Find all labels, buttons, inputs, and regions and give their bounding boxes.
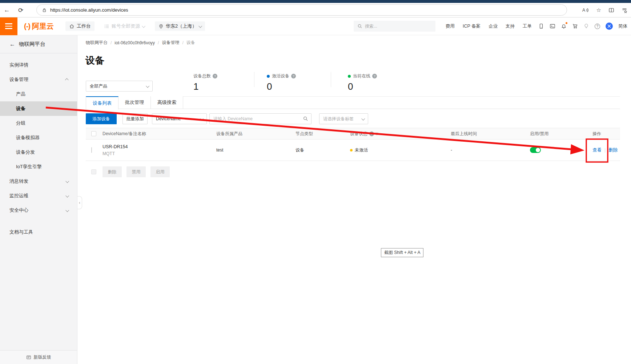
sidebar-collapse-handle[interactable]: ‹ xyxy=(77,196,82,209)
enable-toggle[interactable] xyxy=(530,147,541,153)
footer-checkbox[interactable] xyxy=(91,169,96,174)
sidebar-item-label: IoT孪生引擎 xyxy=(16,163,42,170)
table-row: USR-DR154 MQTT test 设备 未激活 - 查看|删除 xyxy=(86,139,620,161)
read-aloud-icon[interactable]: A xyxy=(582,7,589,13)
help-icon[interactable]: ? xyxy=(369,132,374,136)
aliyun-logo[interactable]: (-) 阿里云 xyxy=(24,21,54,31)
search-icon[interactable] xyxy=(303,116,308,121)
nav-icp-filing[interactable]: ICP 备案 xyxy=(463,23,481,29)
console-search-input[interactable]: 搜索... xyxy=(354,21,435,32)
sidebar-item-label: 设备 xyxy=(16,105,25,112)
breadcrumb-item[interactable]: 物联网平台 xyxy=(86,40,108,46)
col-node-type: 节点类型 xyxy=(296,131,350,137)
breadcrumb: 物联网平台/iot-06z00c0h9r6voyy/设备管理/设备 xyxy=(86,40,195,46)
row-checkbox[interactable] xyxy=(91,147,92,153)
locale-switcher[interactable]: 简体 xyxy=(618,23,627,29)
product-filter-value: 全部产品 xyxy=(90,83,107,89)
region-selector[interactable]: 华东2（上海） xyxy=(155,21,205,31)
search-field-value: DeviceName xyxy=(156,116,181,121)
col-enable-disable: 启用/禁用 xyxy=(530,131,592,137)
avatar[interactable] xyxy=(606,23,613,30)
tab-device-list[interactable]: 设备列表 xyxy=(86,96,118,109)
help-icon[interactable]: ? xyxy=(213,74,217,78)
breadcrumb-item[interactable]: 设备管理 xyxy=(162,40,179,46)
batch-add-button[interactable]: 批量添加 xyxy=(122,113,148,124)
sidebar-item-device-simulator[interactable]: 设备模拟器 xyxy=(0,130,77,145)
tab-batch-management[interactable]: 批次管理 xyxy=(118,96,151,109)
tab-advanced-search[interactable]: 高级搜索 xyxy=(151,96,183,109)
sidebar-item-device-management[interactable]: 设备管理 xyxy=(0,72,77,87)
address-bar[interactable]: https://iot.console.aliyun.com/devices xyxy=(36,4,567,16)
feedback-button[interactable]: 新版反馈 xyxy=(0,350,77,364)
sidebar-item-message-forwarding[interactable]: 消息转发 xyxy=(0,174,77,189)
tag-filter-select[interactable]: 请选择设备标签 xyxy=(319,113,368,124)
sidebar-item-products[interactable]: 产品 xyxy=(0,87,77,101)
help-icon[interactable]: ? xyxy=(595,24,600,29)
browser-refresh-button[interactable]: ⟳ xyxy=(14,7,28,14)
feedback-label: 新版反馈 xyxy=(34,354,51,360)
help-icon[interactable]: ? xyxy=(372,74,377,78)
help-icon[interactable]: ? xyxy=(291,74,296,78)
sidebar-item-device-distribution[interactable]: 设备分发 xyxy=(0,145,77,159)
location-pin-icon xyxy=(158,24,164,29)
feedback-icon xyxy=(26,355,31,360)
notifications-bell-icon[interactable] xyxy=(561,23,567,29)
browser-back-button[interactable]: ← xyxy=(0,7,14,14)
device-node-type: 设备 xyxy=(296,147,350,153)
workbench-button[interactable]: 工作台 xyxy=(65,21,95,31)
cloud-shell-icon[interactable] xyxy=(550,23,555,29)
mobile-app-icon[interactable] xyxy=(538,23,544,29)
breadcrumb-separator: / xyxy=(182,40,183,45)
device-last-online: - xyxy=(451,147,530,153)
delete-selected-button[interactable]: 删除 xyxy=(103,166,122,177)
bulk-actions: 删除禁用启用 xyxy=(103,166,174,177)
favorite-star-icon[interactable]: ☆ xyxy=(596,7,601,13)
sidebar-item-label: 安全中心 xyxy=(9,207,28,214)
search-icon xyxy=(357,24,362,29)
menu-button[interactable] xyxy=(0,17,17,35)
collections-icon[interactable] xyxy=(622,7,627,13)
sidebar-item-devices[interactable]: 设备 xyxy=(0,101,77,116)
nav-enterprise[interactable]: 企业 xyxy=(489,23,498,29)
search-field-select[interactable]: DeviceName xyxy=(152,113,207,124)
split-screen-icon[interactable] xyxy=(608,7,614,13)
device-search-input[interactable] xyxy=(209,113,312,124)
sidebar-item-groups[interactable]: 分组 xyxy=(0,116,77,130)
toggle-knob xyxy=(536,148,540,152)
chevron-down-icon xyxy=(361,117,365,120)
product-filter-select[interactable]: 全部产品 xyxy=(86,81,153,92)
sidebar-item-label: 实例详情 xyxy=(9,62,28,68)
breadcrumb-item[interactable]: iot-06z00c0h9r6voyy xyxy=(114,40,155,45)
sidebar-item-docs-tools[interactable]: 文档与工具 xyxy=(0,225,77,239)
back-arrow-icon[interactable]: ← xyxy=(9,41,15,48)
device-search xyxy=(209,113,312,124)
sidebar: ← 物联网平台 实例详情设备管理产品设备分组设备模拟器设备分发IoT孪生引擎消息… xyxy=(0,35,77,364)
lock-icon xyxy=(42,7,47,13)
lightbulb-icon[interactable] xyxy=(583,23,589,29)
filter-funnel-icon[interactable]: ▽ xyxy=(375,132,378,136)
nav-billing[interactable]: 费用 xyxy=(446,23,455,29)
chevron-up-icon xyxy=(65,78,69,82)
stat-activated-devices: 激活设备 ? 0 xyxy=(267,73,296,92)
sidebar-item-iot-twin-engine[interactable]: IoT孪生引擎 xyxy=(0,159,77,174)
enable-selected-button[interactable]: 启用 xyxy=(150,166,170,177)
select-all-checkbox[interactable] xyxy=(91,131,96,136)
stat-label: 当前在线 xyxy=(353,73,370,79)
disable-selected-button[interactable]: 禁用 xyxy=(126,166,146,177)
console-header: (-) 阿里云 工作台 账号全部资源 华东2（上海） 搜索... 费用ICP xyxy=(0,17,631,35)
delete-link[interactable]: 删除 xyxy=(608,147,618,153)
stat-total-devices: 设备总数 ? 1 xyxy=(193,73,217,92)
sidebar-item-security-center[interactable]: 安全中心 xyxy=(0,203,77,218)
account-resources-selector[interactable]: 账号全部资源 xyxy=(104,23,145,29)
cart-icon[interactable] xyxy=(572,23,578,29)
device-name[interactable]: USR-DR154 xyxy=(103,144,216,149)
nav-tickets[interactable]: 工单 xyxy=(523,23,532,29)
browser-tab-strip xyxy=(0,0,631,3)
sidebar-item-monitoring-ops[interactable]: 监控运维 xyxy=(0,189,77,203)
col-last-online: 最后上线时间 xyxy=(451,131,530,137)
nav-support[interactable]: 支持 xyxy=(506,23,515,29)
view-link[interactable]: 查看 xyxy=(592,147,602,153)
sidebar-item-instance-details[interactable]: 实例详情 xyxy=(0,58,77,72)
add-device-button[interactable]: 添加设备 xyxy=(86,113,117,124)
online-dot xyxy=(348,75,351,78)
